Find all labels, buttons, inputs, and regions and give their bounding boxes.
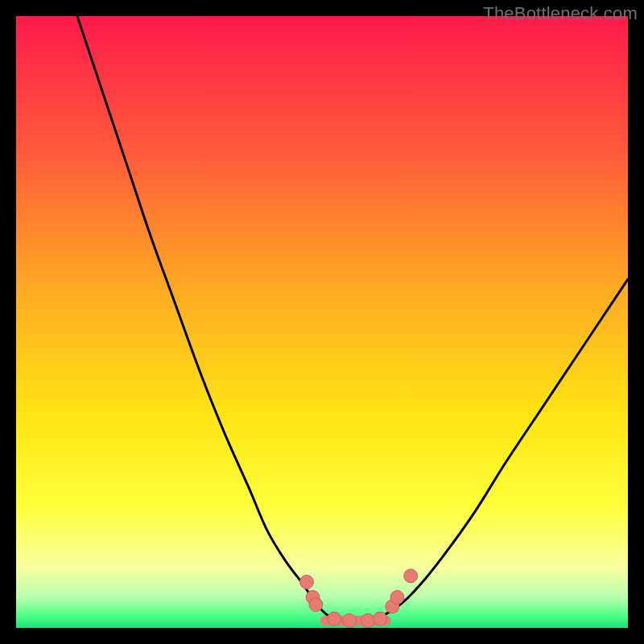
marker-dot — [309, 598, 323, 612]
marker-dot — [343, 613, 357, 627]
marker-dot — [300, 576, 314, 589]
marker-dot — [390, 591, 404, 605]
marker-dot — [361, 613, 375, 627]
marker-dot — [374, 612, 387, 625]
marker-dot — [328, 612, 341, 625]
watermark-text: TheBottleneck.com — [483, 3, 638, 24]
marker-dot — [404, 569, 418, 583]
bottleneck-chart — [16, 16, 628, 628]
